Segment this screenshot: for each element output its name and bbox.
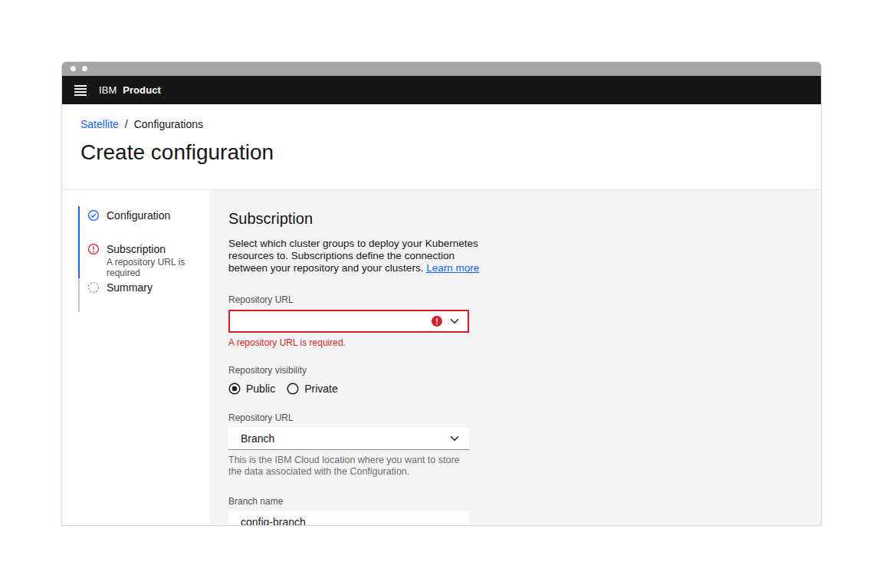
- progress-sidebar: Configuration Subscription A repository …: [62, 190, 210, 525]
- window-titlebar: [62, 62, 821, 76]
- progress-step-configuration[interactable]: Configuration: [78, 206, 210, 240]
- step-sublabel: A repository URL is required: [107, 257, 210, 278]
- breadcrumb: Satellite / Configurations: [80, 118, 803, 130]
- repo-visibility-radios: Public Private: [228, 383, 469, 395]
- repo-url-error-message: A repository URL is required.: [228, 337, 469, 348]
- repo-url-label: Repository URL: [228, 294, 469, 305]
- subscription-section: Subscription Select which cluster groups…: [210, 190, 821, 525]
- hamburger-menu-icon[interactable]: [62, 76, 99, 104]
- repo-url-combobox[interactable]: [228, 310, 469, 333]
- body-row: Configuration Subscription A repository …: [62, 190, 821, 525]
- section-heading: Subscription: [228, 210, 803, 228]
- section-description: Select which cluster groups to deploy yo…: [228, 238, 495, 274]
- branch-name-input[interactable]: [228, 511, 469, 526]
- app-window: IBM Product Satellite / Configurations C…: [61, 61, 822, 526]
- breadcrumb-link-satellite[interactable]: Satellite: [80, 118, 119, 130]
- radio-label: Public: [246, 383, 275, 395]
- page-header: Satellite / Configurations Create config…: [62, 104, 821, 190]
- breadcrumb-item-configurations: Configurations: [134, 118, 203, 130]
- repo-url-field-group: Repository URL A repository URL is requi…: [228, 294, 469, 348]
- branch-select-helper: This is the IBM Cloud location where you…: [228, 455, 474, 478]
- incomplete-circle-icon: [87, 281, 100, 294]
- radio-private[interactable]: Private: [287, 383, 338, 395]
- breadcrumb-separator: /: [125, 118, 128, 130]
- branch-select-group: Repository URL Branch This is the IBM Cl…: [228, 412, 469, 478]
- progress-step-subscription[interactable]: Subscription A repository URL is require…: [78, 240, 210, 278]
- step-label: Configuration: [107, 209, 170, 222]
- branch-name-group: Branch name: [228, 496, 469, 526]
- window-dot-icon: [71, 66, 76, 71]
- brand-name: Product: [123, 84, 161, 96]
- step-label: Summary: [107, 281, 153, 294]
- branch-select-value: Branch: [241, 432, 274, 445]
- repo-visibility-group: Repository visibility Public Private: [228, 365, 469, 395]
- checkmark-outline-icon: [87, 209, 100, 222]
- branch-select-dropdown[interactable]: Branch: [228, 427, 469, 450]
- app-header: IBM Product: [62, 76, 821, 104]
- branch-name-label: Branch name: [228, 496, 469, 507]
- chevron-down-icon[interactable]: [450, 318, 459, 324]
- branch-select-label: Repository URL: [228, 412, 469, 423]
- learn-more-link[interactable]: Learn more: [426, 262, 479, 274]
- brand: IBM Product: [99, 84, 161, 96]
- page-title: Create configuration: [80, 139, 803, 166]
- radio-unselected-icon: [287, 383, 299, 395]
- step-label: Subscription: [107, 243, 166, 255]
- window-dot-icon: [82, 66, 87, 71]
- brand-prefix: IBM: [99, 84, 117, 96]
- radio-selected-icon: [228, 383, 241, 395]
- chevron-down-icon[interactable]: [450, 435, 459, 442]
- radio-public[interactable]: Public: [228, 383, 275, 395]
- progress-step-summary[interactable]: Summary: [78, 278, 210, 312]
- warning-filled-icon: [431, 315, 443, 327]
- repo-visibility-label: Repository visibility: [228, 365, 469, 376]
- radio-label: Private: [304, 383, 338, 395]
- warning-icon: [87, 243, 100, 255]
